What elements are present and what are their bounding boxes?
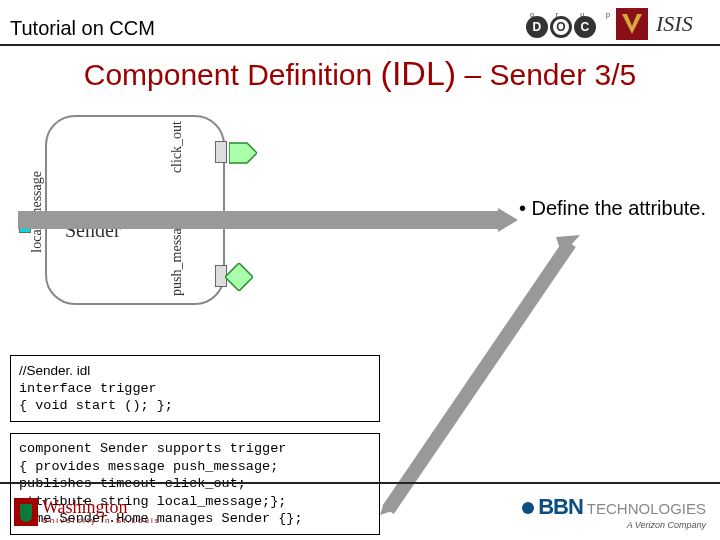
doc-sup-p: p bbox=[606, 11, 610, 18]
slide-title: Component Definition (IDL) – Sender 3/5 bbox=[0, 46, 720, 105]
svg-marker-4 bbox=[225, 263, 253, 291]
svg-text:ISIS: ISIS bbox=[655, 11, 693, 36]
bullet-text: • Define the attribute. bbox=[519, 197, 706, 220]
wustl-shield-icon bbox=[14, 498, 38, 526]
code-block-1: //Sender. idl interface trigger { void s… bbox=[10, 355, 380, 422]
pentagon-icon bbox=[229, 139, 257, 167]
slide-footer: Washington University in St.Louis BBN TE… bbox=[0, 482, 720, 540]
diamond-icon bbox=[225, 263, 253, 291]
code2-l2: { provides message push_message; bbox=[19, 458, 371, 476]
title-idl: (IDL) bbox=[381, 54, 457, 92]
wustl-main: Washington bbox=[42, 499, 161, 515]
svg-rect-0 bbox=[616, 8, 648, 40]
wustl-logo: Washington University in St.Louis bbox=[14, 498, 161, 526]
click-out-port bbox=[215, 141, 227, 163]
click-out-label: click_out bbox=[169, 121, 185, 173]
svg-marker-7 bbox=[498, 208, 518, 232]
vu-shield-icon bbox=[616, 8, 648, 40]
content-area: Sender local_message click_out push_mess… bbox=[0, 105, 720, 465]
bbn-sub: A Verizon Company bbox=[522, 520, 706, 530]
svg-marker-10 bbox=[556, 235, 580, 255]
svg-line-9 bbox=[388, 243, 570, 510]
bbn-tech: TECHNOLOGIES bbox=[587, 500, 706, 517]
arrow-to-bullet-icon bbox=[380, 235, 580, 515]
slide-header: Tutorial on CCM g r u p D O C ISIS bbox=[0, 0, 720, 46]
code1-l1: //Sender. idl bbox=[19, 362, 371, 380]
doc-c: C bbox=[574, 16, 596, 38]
bbn-main: BBN bbox=[538, 494, 583, 520]
title-post: – Sender 3/5 bbox=[456, 58, 636, 91]
code1-l3: { void start (); }; bbox=[19, 397, 371, 415]
bbn-dot-icon bbox=[522, 502, 534, 514]
svg-marker-3 bbox=[229, 143, 257, 163]
isis-logo-icon: ISIS bbox=[654, 9, 710, 39]
code1-l2: interface trigger bbox=[19, 380, 371, 398]
wustl-sub: University in St.Louis bbox=[42, 516, 161, 525]
title-pre: Component Definition bbox=[84, 58, 381, 91]
doc-d: D bbox=[526, 16, 548, 38]
doc-o: O bbox=[550, 16, 572, 38]
header-logos: g r u p D O C ISIS bbox=[526, 8, 710, 40]
header-title: Tutorial on CCM bbox=[10, 17, 155, 40]
code2-l1: component Sender supports trigger bbox=[19, 440, 371, 458]
bbn-logo: BBN TECHNOLOGIES A Verizon Company bbox=[522, 494, 706, 530]
arrow-icon bbox=[18, 205, 518, 235]
doc-logo: g r u p D O C bbox=[526, 11, 610, 38]
